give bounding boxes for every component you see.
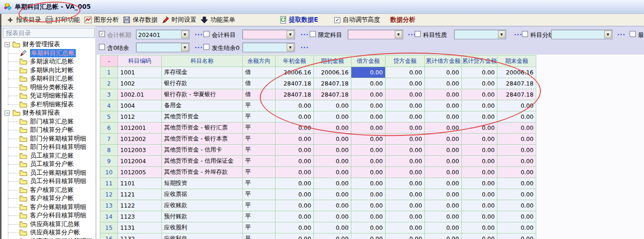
table-row-number[interactable]: 12 — [100, 189, 118, 200]
table-cell-code[interactable]: 1012002 — [118, 134, 162, 145]
table-cell-amount[interactable]: 0.00 — [351, 156, 386, 167]
table-cell-amount[interactable]: 0.00 — [276, 233, 314, 239]
table-cell-amount[interactable]: 0.00 — [276, 145, 314, 156]
table-cell-amount[interactable]: 0.00 — [351, 100, 386, 111]
table-cell-code[interactable]: 1101 — [118, 178, 162, 189]
table-header-cell[interactable]: 期末金额 — [497, 55, 536, 67]
table-cell-amount[interactable]: 0.00 — [425, 111, 462, 123]
table-header-cell[interactable]: 借方金额 — [351, 55, 386, 67]
extract-data-button[interactable]: 提取数据E — [279, 16, 318, 24]
table-cell-direction[interactable]: 平 — [243, 100, 276, 111]
table-cell-amount[interactable]: 28407.18 — [497, 78, 536, 89]
tree-item[interactable]: 员工核算汇总账 — [2, 152, 96, 160]
table-cell-code[interactable]: 1012004 — [118, 156, 162, 167]
table-cell-amount[interactable]: 0.00 — [314, 222, 351, 233]
table-cell-amount[interactable]: 0.00 — [462, 100, 497, 111]
table-cell-amount[interactable]: 0.00 — [425, 189, 462, 200]
filter-more-button[interactable]: ... — [195, 30, 203, 37]
table-cell-amount[interactable]: 0.00 — [425, 200, 462, 211]
table-cell-amount[interactable]: 0.00 — [351, 189, 386, 200]
table-cell-amount[interactable]: 0.00 — [276, 156, 314, 167]
table-row-number[interactable]: 8 — [100, 145, 118, 156]
table-cell-amount[interactable]: 28407.18 — [314, 89, 351, 100]
filter-more-button[interactable]: ... — [301, 30, 309, 37]
table-cell-amount[interactable]: 0.00 — [462, 167, 497, 178]
table-cell-amount[interactable]: 0.00 — [314, 123, 351, 134]
table-header-cell[interactable]: 年初金额 — [276, 55, 314, 67]
tree-group-0[interactable]: −财务管理报表 — [2, 40, 96, 49]
table-cell-direction[interactable]: 平 — [243, 189, 276, 200]
tree-item[interactable]: 凭证明细账报表 — [2, 92, 96, 100]
toolbar-button-5[interactable]: 功能菜单 — [201, 16, 235, 24]
table-header-cell[interactable]: 期初金额 — [314, 55, 351, 67]
filter-combobox[interactable]: ▼ — [551, 30, 613, 39]
table-cell-amount[interactable]: 0.00 — [386, 200, 425, 211]
tree-item[interactable]: 客户分账期核算明细 — [2, 203, 96, 212]
table-cell-amount[interactable]: 0.00 — [497, 211, 536, 222]
table-cell-amount[interactable]: 0.00 — [386, 178, 425, 189]
table-row-number[interactable]: 7 — [100, 134, 118, 145]
table-cell-name[interactable]: 其他货币资金 - 信用卡 — [162, 145, 243, 156]
table-cell-name[interactable]: 应收利息 — [162, 233, 243, 239]
tree-item[interactable]: 供应商核算分户帐 — [2, 228, 96, 237]
table-cell-amount[interactable]: 0.00 — [351, 134, 386, 145]
table-cell-amount[interactable]: 0.00 — [425, 156, 462, 167]
table-cell-amount[interactable]: 0.00 — [276, 178, 314, 189]
table-row-number[interactable]: 13 — [100, 200, 118, 211]
table-cell-code[interactable]: 1012005 — [118, 167, 162, 178]
table-cell-amount[interactable]: 0.00 — [386, 100, 425, 111]
table-cell-amount[interactable]: 0.00 — [425, 145, 462, 156]
tree-item[interactable]: 部门分账期核算明细 — [2, 135, 96, 143]
filter-combobox[interactable]: ▼ — [136, 43, 190, 52]
chevron-down-icon[interactable]: ▼ — [604, 31, 612, 38]
table-cell-amount[interactable]: 0.00 — [462, 123, 497, 134]
table-cell-code[interactable]: 1012001 — [118, 123, 162, 134]
table-cell-amount[interactable]: 0.00 — [351, 145, 386, 156]
tree-item[interactable]: 员工分账期核算明细 — [2, 169, 96, 178]
table-cell-direction[interactable]: 平 — [243, 123, 276, 134]
tree-expander-icon[interactable]: − — [5, 42, 10, 47]
table-cell-name[interactable]: 应收股利 — [162, 222, 243, 233]
table-cell-amount[interactable]: 0.00 — [351, 89, 386, 100]
table-cell-amount[interactable]: 0.00 — [386, 67, 425, 78]
filter-combobox[interactable]: ▼ — [242, 43, 295, 52]
table-row-number[interactable]: 9 — [100, 156, 118, 167]
table-row-number[interactable]: 6 — [100, 123, 118, 134]
tree-group-1[interactable]: −财务核算报表 — [2, 109, 96, 117]
table-cell-amount[interactable]: 0.00 — [386, 167, 425, 178]
filter-more-button[interactable]: ... — [195, 43, 203, 49]
table-cell-amount[interactable]: 0.00 — [276, 134, 314, 145]
table-cell-direction[interactable]: 借 — [243, 78, 276, 89]
toolbar-button-0[interactable]: 报表目录 — [6, 16, 41, 24]
data-analysis-button[interactable]: 数据分析 — [390, 16, 415, 24]
table-cell-amount[interactable]: 0.00 — [497, 222, 536, 233]
table-cell-name[interactable]: 银行存款 — [162, 78, 243, 89]
table-cell-amount[interactable]: 0.00 — [425, 100, 462, 111]
table-cell-code[interactable]: 1001 — [118, 67, 162, 78]
table-cell-amount[interactable]: 0.00 — [462, 145, 497, 156]
table-cell-amount[interactable]: 0.00 — [425, 123, 462, 134]
table-cell-code[interactable]: 1004 — [118, 100, 162, 111]
table-cell-amount[interactable]: 0.00 — [425, 178, 462, 189]
table-header-cell[interactable]: - — [100, 55, 118, 67]
table-cell-name[interactable]: 预付账款 — [162, 211, 243, 222]
chevron-down-icon[interactable]: ▼ — [181, 43, 189, 51]
table-cell-code[interactable]: 1121 — [118, 189, 162, 200]
table-cell-amount[interactable]: 0.00 — [314, 178, 351, 189]
table-cell-code[interactable]: 1002.01 — [118, 89, 162, 100]
table-row-number[interactable]: 1 — [100, 67, 118, 78]
table-cell-amount[interactable]: 0.00 — [351, 167, 386, 178]
table-row-number[interactable]: 14 — [100, 211, 118, 222]
table-row-number[interactable]: 3 — [100, 89, 118, 100]
table-cell-amount[interactable]: 0.00 — [314, 211, 351, 222]
table-cell-amount[interactable]: 28407.18 — [497, 89, 536, 100]
chevron-down-icon[interactable]: ▼ — [395, 31, 402, 38]
filter-checkbox[interactable] — [630, 31, 636, 37]
table-cell-amount[interactable]: 0.00 — [497, 156, 536, 167]
tree-item[interactable]: 多期滚动汇总帐 — [2, 57, 96, 66]
table-cell-amount[interactable]: 0.00 — [351, 200, 386, 211]
table-cell-amount[interactable]: 0.00 — [462, 156, 497, 167]
table-cell-code[interactable]: 1131 — [118, 222, 162, 233]
table-cell-direction[interactable]: 借 — [243, 67, 276, 78]
table-cell-direction[interactable]: 平 — [243, 222, 276, 233]
